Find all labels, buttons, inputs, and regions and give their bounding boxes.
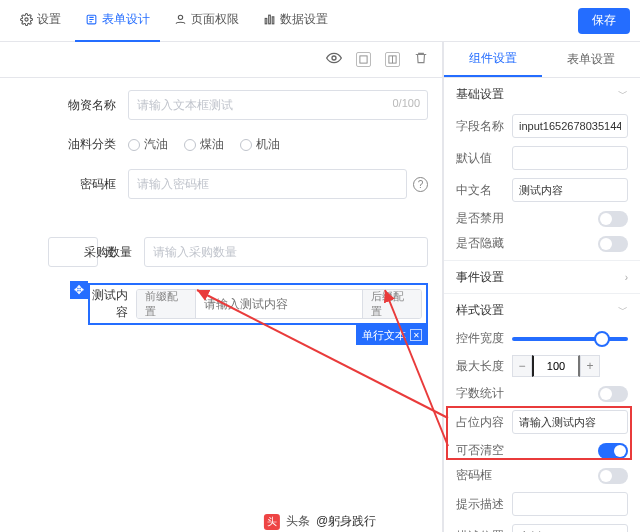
password-label: 密码框 [0, 176, 128, 193]
selected-field-label: 测试内容 [90, 287, 136, 321]
tab-form-design[interactable]: 表单设计 [75, 0, 160, 42]
prefix-addon: 前缀配置 [137, 290, 196, 318]
svg-rect-5 [272, 17, 274, 24]
chevron-right-icon: › [625, 272, 628, 283]
cn-name-label: 中文名 [456, 182, 506, 199]
tip-pos-input[interactable] [512, 524, 628, 532]
chevron-down-icon: ﹀ [618, 87, 628, 101]
pwbox-switch[interactable] [598, 468, 628, 484]
help-icon[interactable]: ? [413, 177, 428, 192]
suffix-addon: 后缀配置 [362, 290, 421, 318]
watermark: 头 头条 @躬身践行 [264, 513, 376, 530]
layout-split-icon[interactable] [385, 52, 400, 67]
save-button[interactable]: 保存 [578, 8, 630, 34]
disabled-label: 是否禁用 [456, 210, 506, 227]
name-char-counter: 0/100 [392, 97, 420, 109]
disabled-switch[interactable] [598, 211, 628, 227]
field-type-tag: 单行文本 ✕ [356, 325, 428, 345]
svg-rect-4 [269, 15, 271, 24]
svg-point-6 [332, 56, 336, 60]
panel-tab-component[interactable]: 组件设置 [444, 42, 542, 77]
ctrl-width-slider[interactable] [512, 337, 628, 341]
qty-input[interactable] [144, 237, 428, 267]
layout-single-icon[interactable] [356, 52, 371, 67]
ctrl-width-label: 控件宽度 [456, 330, 506, 347]
name-label: 物资名称 [0, 97, 128, 114]
pwbox-label: 密码框 [456, 467, 506, 484]
chevron-down-icon: ﹀ [618, 303, 628, 317]
section-style[interactable]: 样式设置﹀ [444, 294, 640, 326]
maxlen-label: 最大长度 [456, 358, 506, 375]
tab-data-settings[interactable]: 数据设置 [253, 0, 338, 42]
tab-page-permission[interactable]: 页面权限 [164, 0, 249, 42]
tab-settings[interactable]: 设置 [10, 0, 71, 42]
default-value-input[interactable] [512, 146, 628, 170]
selected-field[interactable]: 测试内容 前缀配置 后缀配置 [88, 283, 428, 325]
hidden-switch[interactable] [598, 236, 628, 252]
panel-tab-form[interactable]: 表单设置 [542, 42, 640, 77]
field-name-input[interactable] [512, 114, 628, 138]
fuel-option-1[interactable]: 煤油 [184, 136, 224, 153]
stepper-plus[interactable]: + [580, 355, 600, 377]
stepper-minus[interactable]: − [512, 355, 532, 377]
wordcount-label: 字数统计 [456, 385, 506, 402]
svg-point-2 [178, 15, 182, 19]
name-input[interactable] [128, 90, 428, 120]
maxlen-stepper[interactable]: − + [512, 355, 600, 377]
default-value-label: 默认值 [456, 150, 506, 167]
qty-label: 采购数量 [84, 244, 144, 261]
delete-icon[interactable] [414, 51, 428, 68]
svg-rect-3 [265, 18, 267, 23]
section-event[interactable]: 事件设置› [444, 261, 640, 293]
fuel-option-2[interactable]: 机油 [240, 136, 280, 153]
field-name-label: 字段名称 [456, 118, 506, 135]
svg-rect-7 [360, 56, 367, 63]
tip-input[interactable] [512, 492, 628, 516]
selected-field-input[interactable] [196, 297, 362, 311]
cn-name-input[interactable] [512, 178, 628, 202]
clearable-label: 可否清空 [456, 442, 506, 459]
fuel-option-0[interactable]: 汽油 [128, 136, 168, 153]
fuel-label: 油料分类 [0, 136, 128, 153]
password-input[interactable] [128, 169, 407, 199]
clearable-switch[interactable] [598, 443, 628, 459]
hidden-label: 是否隐藏 [456, 235, 506, 252]
delete-field-icon[interactable]: ✕ [410, 329, 422, 341]
move-handle[interactable]: ✥ [70, 281, 88, 299]
wordcount-switch[interactable] [598, 386, 628, 402]
tip-label: 提示描述 [456, 496, 506, 513]
placeholder-input[interactable] [512, 410, 628, 434]
toutiao-logo-icon: 头 [264, 514, 280, 530]
maxlen-value[interactable] [532, 355, 580, 377]
tip-pos-label: 描述位置 [456, 528, 506, 533]
svg-point-0 [25, 18, 28, 21]
placeholder-label: 占位内容 [456, 414, 506, 431]
section-basic[interactable]: 基础设置﹀ [444, 78, 640, 110]
preview-icon[interactable] [326, 50, 342, 69]
